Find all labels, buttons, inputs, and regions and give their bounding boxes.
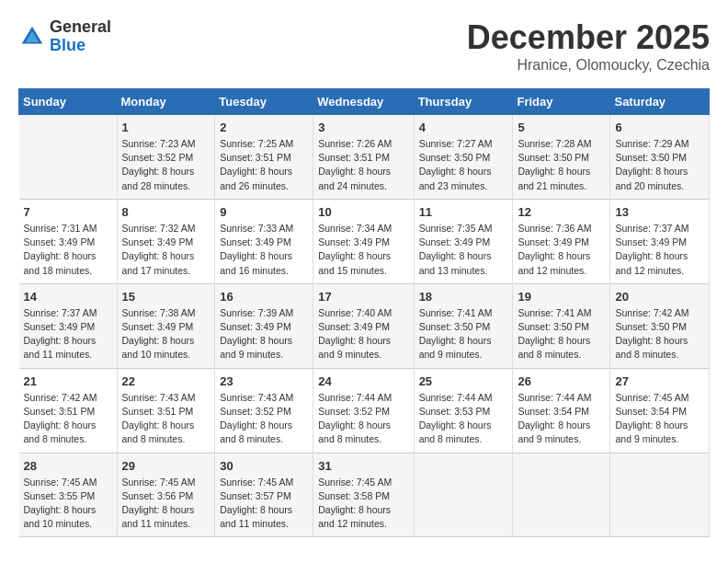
- calendar-cell: 13Sunrise: 7:37 AMSunset: 3:49 PMDayligh…: [610, 199, 710, 283]
- day-info: Sunrise: 7:39 AMSunset: 3:49 PMDaylight:…: [220, 306, 308, 362]
- calendar-cell: 6Sunrise: 7:29 AMSunset: 3:50 PMDaylight…: [610, 115, 710, 200]
- day-number: 14: [24, 290, 112, 304]
- day-number: 31: [318, 459, 408, 473]
- calendar-cell: 16Sunrise: 7:39 AMSunset: 3:49 PMDayligh…: [215, 283, 313, 368]
- calendar-week-row: 1Sunrise: 7:23 AMSunset: 3:52 PMDaylight…: [19, 115, 710, 200]
- days-of-week-row: SundayMondayTuesdayWednesdayThursdayFrid…: [19, 89, 710, 115]
- calendar-cell: [414, 453, 513, 537]
- day-info: Sunrise: 7:37 AMSunset: 3:49 PMDaylight:…: [24, 306, 112, 362]
- day-info: Sunrise: 7:28 AMSunset: 3:50 PMDaylight:…: [518, 137, 605, 193]
- page-header: General Blue December 2025 Hranice, Olom…: [18, 18, 710, 74]
- day-number: 28: [24, 459, 112, 473]
- day-of-week-header: Wednesday: [313, 89, 414, 115]
- day-number: 20: [615, 290, 704, 304]
- calendar-cell: 28Sunrise: 7:45 AMSunset: 3:55 PMDayligh…: [19, 453, 118, 537]
- calendar-cell: 2Sunrise: 7:25 AMSunset: 3:51 PMDaylight…: [215, 115, 313, 200]
- title-section: December 2025 Hranice, Olomoucky, Czechi…: [467, 18, 710, 74]
- day-number: 30: [220, 459, 308, 473]
- calendar-cell: 14Sunrise: 7:37 AMSunset: 3:49 PMDayligh…: [19, 283, 118, 368]
- calendar-cell: 8Sunrise: 7:32 AMSunset: 3:49 PMDaylight…: [117, 199, 215, 283]
- calendar-cell: 19Sunrise: 7:41 AMSunset: 3:50 PMDayligh…: [513, 283, 610, 368]
- day-number: 26: [518, 374, 605, 388]
- calendar-cell: 31Sunrise: 7:45 AMSunset: 3:58 PMDayligh…: [313, 453, 414, 537]
- logo-icon: [18, 23, 46, 51]
- day-info: Sunrise: 7:44 AMSunset: 3:53 PMDaylight:…: [419, 391, 508, 447]
- day-number: 27: [615, 374, 704, 388]
- day-info: Sunrise: 7:43 AMSunset: 3:52 PMDaylight:…: [220, 391, 308, 447]
- day-of-week-header: Monday: [117, 89, 215, 115]
- calendar-cell: 22Sunrise: 7:43 AMSunset: 3:51 PMDayligh…: [117, 368, 215, 453]
- day-number: 5: [518, 121, 605, 134]
- day-info: Sunrise: 7:37 AMSunset: 3:49 PMDaylight:…: [615, 222, 704, 278]
- calendar-week-row: 14Sunrise: 7:37 AMSunset: 3:49 PMDayligh…: [19, 283, 710, 368]
- day-number: 22: [122, 374, 210, 388]
- calendar-cell: 27Sunrise: 7:45 AMSunset: 3:54 PMDayligh…: [610, 368, 710, 453]
- calendar-cell: 18Sunrise: 7:41 AMSunset: 3:50 PMDayligh…: [414, 283, 513, 368]
- day-info: Sunrise: 7:35 AMSunset: 3:49 PMDaylight:…: [419, 222, 508, 278]
- calendar-cell: 20Sunrise: 7:42 AMSunset: 3:50 PMDayligh…: [610, 283, 710, 368]
- day-info: Sunrise: 7:32 AMSunset: 3:49 PMDaylight:…: [122, 222, 210, 278]
- day-number: 2: [220, 121, 308, 134]
- day-of-week-header: Sunday: [19, 89, 118, 115]
- calendar-cell: 29Sunrise: 7:45 AMSunset: 3:56 PMDayligh…: [117, 453, 215, 537]
- day-number: 8: [122, 205, 210, 219]
- day-number: 15: [122, 290, 210, 304]
- calendar-cell: 11Sunrise: 7:35 AMSunset: 3:49 PMDayligh…: [414, 199, 513, 283]
- day-of-week-header: Saturday: [610, 89, 710, 115]
- day-number: 29: [122, 459, 210, 473]
- location-subtitle: Hranice, Olomoucky, Czechia: [467, 57, 710, 74]
- day-info: Sunrise: 7:45 AMSunset: 3:55 PMDaylight:…: [24, 476, 112, 532]
- day-info: Sunrise: 7:34 AMSunset: 3:49 PMDaylight:…: [318, 222, 408, 278]
- day-number: 12: [518, 205, 605, 219]
- day-info: Sunrise: 7:33 AMSunset: 3:49 PMDaylight:…: [220, 222, 308, 278]
- day-info: Sunrise: 7:45 AMSunset: 3:56 PMDaylight:…: [122, 476, 210, 532]
- day-info: Sunrise: 7:44 AMSunset: 3:52 PMDaylight:…: [318, 391, 408, 447]
- calendar-cell: 7Sunrise: 7:31 AMSunset: 3:49 PMDaylight…: [19, 199, 118, 283]
- calendar-cell: 1Sunrise: 7:23 AMSunset: 3:52 PMDaylight…: [117, 115, 215, 200]
- day-number: 17: [318, 290, 408, 304]
- day-number: 3: [318, 121, 408, 134]
- day-number: 18: [419, 290, 508, 304]
- calendar-cell: 21Sunrise: 7:42 AMSunset: 3:51 PMDayligh…: [19, 368, 118, 453]
- calendar-cell: 23Sunrise: 7:43 AMSunset: 3:52 PMDayligh…: [215, 368, 313, 453]
- calendar-week-row: 7Sunrise: 7:31 AMSunset: 3:49 PMDaylight…: [19, 199, 710, 283]
- calendar-cell: 24Sunrise: 7:44 AMSunset: 3:52 PMDayligh…: [313, 368, 414, 453]
- day-info: Sunrise: 7:38 AMSunset: 3:49 PMDaylight:…: [122, 306, 210, 362]
- day-info: Sunrise: 7:40 AMSunset: 3:49 PMDaylight:…: [318, 306, 408, 362]
- day-number: 25: [419, 374, 508, 388]
- day-number: 19: [518, 290, 605, 304]
- day-info: Sunrise: 7:45 AMSunset: 3:54 PMDaylight:…: [615, 391, 704, 447]
- calendar-week-row: 28Sunrise: 7:45 AMSunset: 3:55 PMDayligh…: [19, 453, 710, 537]
- day-info: Sunrise: 7:23 AMSunset: 3:52 PMDaylight:…: [122, 137, 210, 193]
- day-info: Sunrise: 7:44 AMSunset: 3:54 PMDaylight:…: [518, 391, 605, 447]
- calendar-cell: 9Sunrise: 7:33 AMSunset: 3:49 PMDaylight…: [215, 199, 313, 283]
- calendar-cell: 17Sunrise: 7:40 AMSunset: 3:49 PMDayligh…: [313, 283, 414, 368]
- calendar-cell: 10Sunrise: 7:34 AMSunset: 3:49 PMDayligh…: [313, 199, 414, 283]
- calendar-cell: 15Sunrise: 7:38 AMSunset: 3:49 PMDayligh…: [117, 283, 215, 368]
- calendar-week-row: 21Sunrise: 7:42 AMSunset: 3:51 PMDayligh…: [19, 368, 710, 453]
- logo-blue: Blue: [50, 37, 111, 55]
- day-number: 23: [220, 374, 308, 388]
- day-info: Sunrise: 7:31 AMSunset: 3:49 PMDaylight:…: [24, 222, 112, 278]
- day-number: 21: [24, 374, 112, 388]
- day-of-week-header: Thursday: [414, 89, 513, 115]
- day-number: 7: [24, 205, 112, 219]
- day-number: 6: [615, 121, 704, 134]
- day-number: 9: [220, 205, 308, 219]
- day-number: 10: [318, 205, 408, 219]
- calendar-cell: 4Sunrise: 7:27 AMSunset: 3:50 PMDaylight…: [414, 115, 513, 200]
- day-number: 11: [419, 205, 508, 219]
- calendar-table: SundayMondayTuesdayWednesdayThursdayFrid…: [18, 88, 710, 537]
- day-of-week-header: Friday: [513, 89, 610, 115]
- day-info: Sunrise: 7:29 AMSunset: 3:50 PMDaylight:…: [615, 137, 704, 193]
- day-number: 4: [419, 121, 508, 134]
- calendar-cell: 12Sunrise: 7:36 AMSunset: 3:49 PMDayligh…: [513, 199, 610, 283]
- day-info: Sunrise: 7:43 AMSunset: 3:51 PMDaylight:…: [122, 391, 210, 447]
- calendar-cell: [610, 453, 710, 537]
- day-number: 1: [122, 121, 210, 134]
- day-info: Sunrise: 7:42 AMSunset: 3:51 PMDaylight:…: [24, 391, 112, 447]
- day-info: Sunrise: 7:26 AMSunset: 3:51 PMDaylight:…: [318, 137, 408, 193]
- logo-general: General: [50, 18, 111, 37]
- day-info: Sunrise: 7:25 AMSunset: 3:51 PMDaylight:…: [220, 137, 308, 193]
- calendar-header: SundayMondayTuesdayWednesdayThursdayFrid…: [19, 89, 710, 115]
